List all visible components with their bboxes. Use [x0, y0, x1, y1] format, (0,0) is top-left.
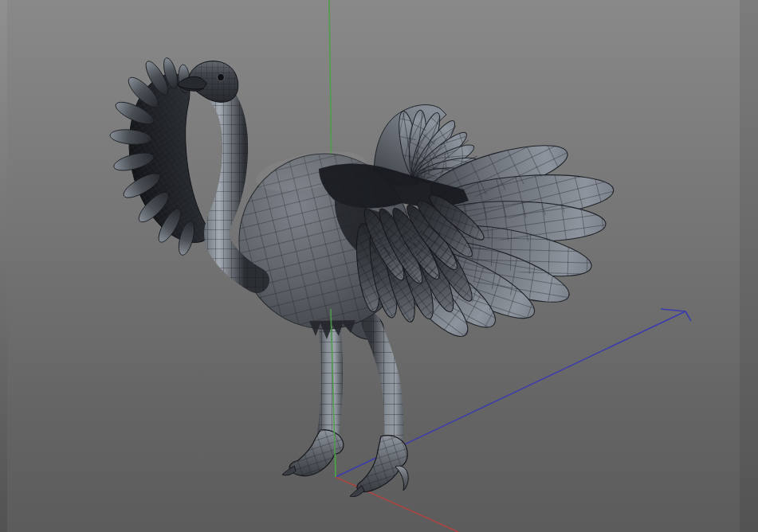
viewport-right-edge	[740, 0, 758, 532]
3d-viewport[interactable]	[0, 0, 758, 532]
eye	[218, 74, 225, 81]
viewport-left-edge	[0, 0, 7, 532]
